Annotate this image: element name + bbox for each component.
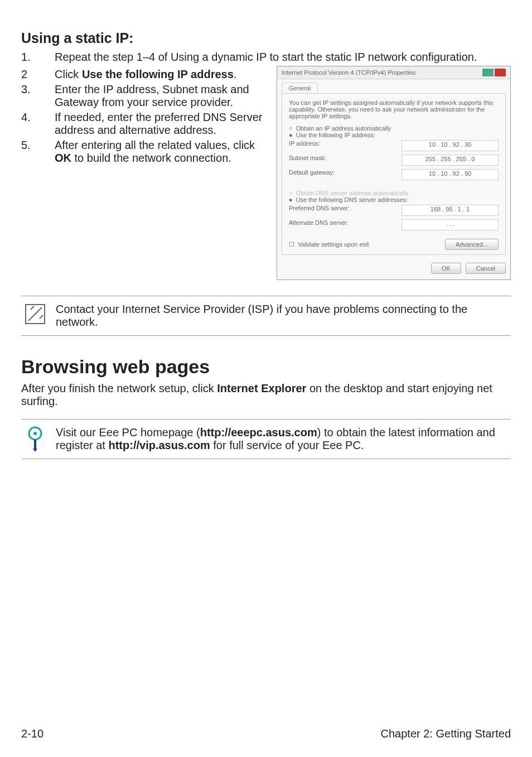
tab-general[interactable]: General <box>282 83 318 93</box>
tip-icon <box>23 426 47 452</box>
step-num: 5. <box>21 139 55 152</box>
label-pref-dns: Preferred DNS server: <box>289 205 350 216</box>
step-text: Click Use the following IP address. <box>55 68 267 81</box>
radio-use-dns[interactable]: ●Use the following DNS server addresses: <box>289 196 499 203</box>
label-mask: Subnet mask: <box>289 155 326 166</box>
tip-box: Visit our Eee PC homepage (http://eeepc.… <box>21 419 511 459</box>
dialog-description: You can get IP settings assigned automat… <box>289 99 499 119</box>
note-icon <box>23 303 47 325</box>
step-text: Repeat the step 1–4 of Using a dynamic I… <box>55 51 511 64</box>
section-title: Using a static IP: <box>21 30 511 46</box>
advanced-button[interactable]: Advanced... <box>445 239 499 250</box>
step-5: 5. After entering all the related values… <box>21 139 267 165</box>
checkbox-validate[interactable]: ☐Validate settings upon exit <box>289 241 369 248</box>
step-num: 3. <box>21 83 55 96</box>
label-alt-dns: Alternate DNS server: <box>289 219 349 230</box>
window-buttons <box>482 69 506 76</box>
radio-use-ip[interactable]: ●Use the following IP address: <box>289 132 499 138</box>
step-text: Enter the IP address, Subnet mask and Ga… <box>55 83 267 109</box>
note-box: Contact your Internet Service Provider (… <box>21 296 511 336</box>
note-text: Contact your Internet Service Provider (… <box>56 303 509 329</box>
radio-auto-dns: ○Obtain DNS server address automatically <box>289 190 499 196</box>
chapter-label: Chapter 2: Getting Started <box>381 727 511 740</box>
cancel-button[interactable]: Cancel <box>466 263 506 274</box>
close-icon[interactable] <box>495 69 506 76</box>
field-alt-dns[interactable]: . . . <box>402 219 499 230</box>
page-number: 2-10 <box>21 727 43 740</box>
heading-browsing: Browsing web pages <box>21 356 511 378</box>
ok-button[interactable]: OK <box>431 263 461 274</box>
page-footer: 2-10 Chapter 2: Getting Started <box>21 727 511 740</box>
step-3: 3. Enter the IP address, Subnet mask and… <box>21 83 267 109</box>
properties-dialog: Internet Protocol Version 4 (TCP/IPv4) P… <box>277 66 511 280</box>
label-ip: IP address: <box>289 140 320 151</box>
step-1: 1. Repeat the step 1–4 of Using a dynami… <box>21 51 511 64</box>
tip-text: Visit our Eee PC homepage (http://eeepc.… <box>56 426 509 452</box>
body-browsing: After you finish the network setup, clic… <box>21 382 511 408</box>
help-icon[interactable] <box>482 69 494 76</box>
svg-point-2 <box>33 432 37 435</box>
step-num: 4. <box>21 111 55 124</box>
step-num: 1. <box>21 51 55 64</box>
radio-auto-ip[interactable]: ○Obtain an IP address automatically <box>289 125 499 132</box>
step-text: After entering all the related values, c… <box>55 139 267 165</box>
field-pref-dns[interactable]: 168 . 95 . 1 . 1 <box>402 205 499 216</box>
field-gateway[interactable]: 10 . 10 . 92 . 90 <box>402 169 499 180</box>
step-2: 2 Click Use the following IP address. <box>21 68 267 81</box>
label-gateway: Default gateway: <box>289 169 335 180</box>
field-mask[interactable]: 255 . 255 . 255 . 0 <box>402 155 499 166</box>
field-ip[interactable]: 10 . 10 . 92 . 30 <box>402 140 499 151</box>
step-4: 4. If needed, enter the preferred DNS Se… <box>21 111 267 137</box>
step-text: If needed, enter the preferred DNS Serve… <box>55 111 267 137</box>
step-num: 2 <box>21 68 55 81</box>
dialog-title: Internet Protocol Version 4 (TCP/IPv4) P… <box>282 69 415 76</box>
